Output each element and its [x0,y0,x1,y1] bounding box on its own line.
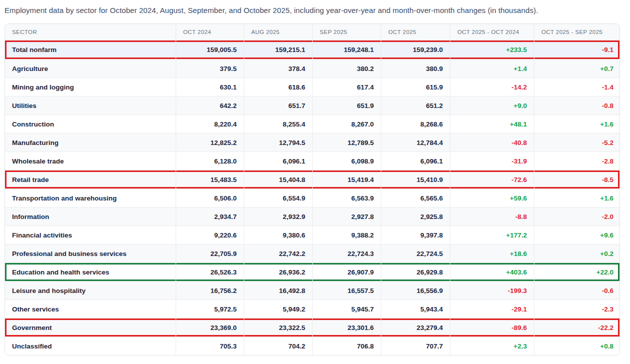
value-cell: 6,096.1 [244,152,313,170]
value-cell: 379.5 [176,60,244,78]
change-cell: +0.2 [534,244,620,262]
value-cell: 651.7 [244,96,313,114]
value-cell: 26,526.3 [176,263,244,281]
value-cell: 6,506.0 [176,189,244,207]
column-header-mom-change: OCT 2025 - SEP 2025 [534,24,620,40]
sector-cell: Wholesale trade [5,152,176,170]
value-cell: 378.4 [244,60,313,78]
value-cell: 23,279.4 [381,318,450,336]
value-cell: 23,322.5 [244,318,313,336]
table-row: Education and health services26,526.326,… [5,262,619,281]
change-cell: +1.6 [534,189,620,207]
value-cell: 26,907.9 [313,263,381,281]
table-row: Information2,934.72,932.92,927.82,925.8-… [5,207,619,226]
value-cell: 12,789.5 [313,134,381,152]
sector-cell: Professional and business services [5,244,176,262]
value-cell: 380.2 [313,60,381,78]
value-cell: 26,936.2 [244,263,313,281]
table-row: Other services5,972.55,949.25,945.75,943… [5,300,619,318]
employment-table: SECTOR OCT 2024 AUG 2025 SEP 2025 OCT 20… [5,24,620,356]
change-cell: +22.0 [534,263,620,281]
table-row: Unclassified705.3704.2706.8707.7+2.3+0.8 [5,336,619,355]
value-cell: 22,705.9 [176,244,244,262]
change-cell: -2.8 [534,152,620,170]
sector-cell: Construction [5,115,176,133]
table-row: Leisure and hospitality16,756.216,492.81… [5,281,619,300]
value-cell: 22,724.5 [381,244,450,262]
value-cell: 2,927.8 [313,208,381,226]
change-cell: +0.8 [534,337,620,355]
value-cell: 8,268.6 [381,115,450,133]
value-cell: 651.9 [313,96,381,114]
change-cell: -8.8 [450,208,534,226]
sector-cell: Utilities [5,96,176,114]
value-cell: 22,724.3 [313,244,381,262]
value-cell: 15,410.9 [381,170,450,188]
page-title: Employment data by sector for October 20… [5,6,625,14]
change-cell: +1.4 [450,60,534,78]
value-cell: 705.3 [176,337,244,355]
change-cell: +0.7 [534,60,620,78]
change-cell: -22.2 [534,318,620,336]
value-cell: 16,756.2 [176,282,244,300]
column-header-oct-2025: OCT 2025 [381,24,450,40]
sector-cell: Education and health services [5,263,176,281]
value-cell: 707.7 [381,337,450,355]
value-cell: 16,492.8 [244,282,313,300]
value-cell: 617.4 [313,78,381,96]
value-cell: 380.9 [381,60,450,78]
value-cell: 5,949.2 [244,300,313,318]
value-cell: 15,483.5 [176,170,244,188]
change-cell: -29.1 [450,300,534,318]
value-cell: 22,742.2 [244,244,313,262]
value-cell: 6,565.6 [381,189,450,207]
value-cell: 159,248.1 [313,40,381,59]
value-cell: 618.6 [244,78,313,96]
value-cell: 630.1 [176,78,244,96]
value-cell: 9,380.6 [244,226,313,244]
change-cell: +9.6 [534,226,620,244]
change-cell: -8.5 [534,170,620,188]
sector-cell: Other services [5,300,176,318]
value-cell: 2,925.8 [381,208,450,226]
change-cell: +233.5 [450,40,534,59]
value-cell: 6,554.9 [244,189,313,207]
value-cell: 5,943.4 [381,300,450,318]
sector-cell: Financial activities [5,226,176,244]
change-cell: +1.6 [534,115,620,133]
column-header-oct-2024: OCT 2024 [176,24,244,40]
value-cell: 12,825.2 [176,134,244,152]
value-cell: 6,128.0 [176,152,244,170]
value-cell: 8,220.4 [176,115,244,133]
value-cell: 2,932.9 [244,208,313,226]
sector-cell: Mining and logging [5,78,176,96]
table-row: Construction8,220.48,255.48,267.08,268.6… [5,114,619,133]
value-cell: 6,563.9 [313,189,381,207]
sector-cell: Manufacturing [5,134,176,152]
value-cell: 8,255.4 [244,115,313,133]
change-cell: -72.6 [450,170,534,188]
table-row: Government23,369.023,322.523,301.623,279… [5,318,619,336]
sector-cell: Information [5,208,176,226]
value-cell: 8,267.0 [313,115,381,133]
value-cell: 12,784.4 [381,134,450,152]
value-cell: 615.9 [381,78,450,96]
value-cell: 26,929.8 [381,263,450,281]
value-cell: 23,369.0 [176,318,244,336]
value-cell: 9,397.8 [381,226,450,244]
table-row: Financial activities9,220.69,380.69,388.… [5,226,619,244]
table-row: Utilities642.2651.7651.9651.2+9.0-0.8 [5,96,619,114]
change-cell: -199.3 [450,282,534,300]
change-cell: -14.2 [450,78,534,96]
column-header-sep-2025: SEP 2025 [313,24,381,40]
change-cell: -0.8 [534,96,620,114]
value-cell: 6,096.1 [381,152,450,170]
change-cell: +59.6 [450,189,534,207]
change-cell: -40.8 [450,134,534,152]
value-cell: 159,215.1 [244,40,313,59]
sector-cell: Government [5,318,176,336]
value-cell: 16,556.9 [381,282,450,300]
change-cell: -2.3 [534,300,620,318]
table-header: SECTOR OCT 2024 AUG 2025 SEP 2025 OCT 20… [5,24,619,40]
value-cell: 5,945.7 [313,300,381,318]
